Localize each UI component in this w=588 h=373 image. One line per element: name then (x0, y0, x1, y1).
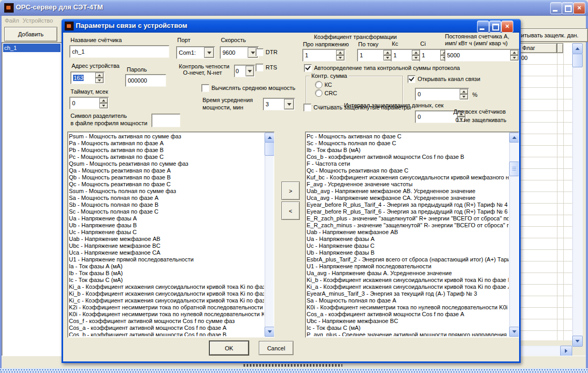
list-item[interactable]: Sc - Мощность полная по фазе C (307, 140, 509, 147)
list-item[interactable]: Ub - Напряжение фазы B (69, 222, 264, 229)
list-item[interactable]: Eyear_before R_plus_Tarif_6 - Энергия за… (307, 208, 509, 215)
ok-button[interactable]: OK (209, 341, 249, 355)
list-item[interactable]: Psum - Мощность активная по сумме фаз (69, 133, 264, 140)
move-right-button[interactable]: > (281, 182, 300, 200)
dtr-checkbox[interactable] (256, 48, 263, 56)
list-item[interactable]: Ua - Напряжение фазы A (69, 215, 264, 222)
vscroll-thumb[interactable] (572, 54, 583, 67)
main-titlebar[interactable]: OPC-сервер для СЭТ-4ТМ × (0, 0, 588, 16)
list-item[interactable]: Cos_a - коэффициент активной мощности Co… (307, 311, 509, 318)
read-latched-checkbox[interactable] (303, 104, 311, 112)
address-spin[interactable] (95, 73, 104, 83)
list-item[interactable]: Ki_c - Коэффициент искажения синусоидаль… (69, 297, 264, 304)
list-item[interactable]: U1 - Напряжение прямой последовательност… (307, 263, 509, 270)
table-body[interactable]: 00 (520, 53, 573, 340)
timeout-spin[interactable] (99, 98, 108, 108)
speed-select[interactable]: 9600 (220, 46, 259, 59)
list-item[interactable]: Uca_avg - Напряжение межфазное CA. Усред… (307, 195, 509, 201)
list-item[interactable]: Ssum - Мощность полная по сумме фаз (69, 188, 264, 195)
list-item[interactable]: F_avg - Усредненное значение частоты (307, 181, 509, 188)
list-item[interactable]: Pa - Мощность активная по фазе A (69, 140, 264, 147)
list-item[interactable]: Ubc - Напряжение межфазное BC (307, 318, 509, 325)
available-params-list[interactable]: Psum - Мощность активная по сумме фазPa … (67, 132, 275, 338)
meter-name-input[interactable]: ch_1 (69, 45, 169, 58)
scroll-down-button[interactable] (572, 336, 583, 347)
list-item[interactable]: EsbrA_plus_Tarif_2 - Энергия всего от сб… (307, 256, 509, 263)
voltage-ratio-stepper[interactable]: 1 (302, 49, 346, 62)
list-item[interactable]: Sa - Мощность полная по фазе A (69, 195, 264, 201)
selected-params-scrollbar[interactable] (509, 133, 518, 337)
scroll-right-button[interactable] (560, 346, 572, 356)
vscroll-thumb[interactable] (265, 142, 275, 156)
vscroll-thumb[interactable] (509, 162, 519, 176)
move-left-button[interactable]: < (281, 201, 300, 220)
list-item[interactable]: Pc - Мощность активная по фазе C (307, 133, 509, 140)
table-cell-flag[interactable]: 00 (521, 55, 528, 61)
list-item[interactable]: Ub - Напряжение фазы B (307, 249, 509, 256)
list-item[interactable]: Ua - Напряжение фазы A (307, 236, 509, 243)
selected-params-list[interactable]: Pc - Мощность активная по фазе CSc - Мощ… (305, 132, 519, 338)
scroll-up-button[interactable] (509, 133, 519, 143)
list-item[interactable]: Qsum - Мощность реактивная по сумме фаз (69, 160, 264, 167)
list-item[interactable]: Cos_b - коэффициент активной мощности Co… (307, 154, 509, 160)
list-item[interactable]: Ic - Ток фазы C (мА) (307, 325, 509, 331)
scroll-up-button[interactable] (572, 43, 583, 54)
list-item[interactable]: Sb - Мощность полная по фазе B (69, 201, 264, 208)
list-item[interactable]: P_avg_plus - Среднее значение активной м… (307, 331, 509, 336)
scroll-up-button[interactable] (265, 133, 275, 143)
list-item[interactable]: Sc - Мощность полная по фазе C (69, 208, 264, 215)
current-ratio-stepper[interactable]: 1 (357, 49, 393, 62)
voltage-ratio-spin[interactable] (336, 50, 344, 61)
table-hscrollbar[interactable] (520, 346, 572, 356)
list-item[interactable]: Kuf_bc - Коэффициент искажения синусоида… (307, 174, 509, 181)
autodetect-checksum-checkbox[interactable] (304, 64, 312, 72)
list-item[interactable]: Qc - Мощность реактивная по фазе C (69, 181, 264, 188)
meter-constant-spin[interactable] (510, 50, 519, 61)
list-item[interactable]: Qc - Мощность реактивная по фазе C (307, 167, 509, 174)
list-item[interactable]: Ubc - Напряжение межфазное BC (69, 243, 264, 249)
list-item[interactable]: K0i - Коэффициент несимметрии тока по ну… (69, 311, 264, 318)
list-item[interactable]: Uab - Напряжение межфазное AB (307, 229, 509, 236)
list-item[interactable]: Ki_a - Коэффициент искажения синусоидаль… (307, 284, 509, 290)
open-channel-checkbox[interactable] (408, 75, 415, 83)
spin-down-button[interactable] (510, 55, 519, 61)
dialog-titlebar[interactable]: Параметры связи с устройством × (62, 19, 521, 33)
list-item[interactable]: Cos_f - коэффициент активной мощности Co… (69, 318, 264, 325)
meter-constant-stepper[interactable]: 5000 (444, 49, 519, 62)
list-item[interactable]: Ia - Ток фазы A (мА) (69, 263, 264, 270)
spin-up-button[interactable] (510, 50, 519, 55)
checksum-kc-radio[interactable] (315, 81, 322, 88)
port-select[interactable]: Com1: (176, 46, 215, 59)
table-header-empty[interactable] (557, 43, 563, 53)
spin-up-button[interactable] (99, 98, 108, 103)
list-item[interactable]: K0i - Коэффициент несимметрии тока по ну… (307, 304, 509, 311)
port-dropdown-button[interactable] (204, 47, 214, 58)
list-item[interactable]: K2i - Коэффициент несимметрии тока по об… (69, 304, 264, 311)
dialog-close-button[interactable]: × (501, 21, 513, 33)
spin-up-button[interactable] (95, 73, 104, 78)
spin-up-button[interactable] (460, 89, 468, 94)
close-button[interactable]: × (573, 2, 585, 14)
list-item[interactable]: Ki_a - Коэффициент искажения синусоидаль… (69, 284, 264, 290)
table-header-flag[interactable]: Флаг (520, 43, 557, 53)
device-list[interactable]: ch_1 (2, 42, 62, 357)
parity-dropdown-button[interactable] (246, 66, 254, 76)
avg-time-dropdown-button[interactable] (284, 99, 294, 109)
rts-checkbox[interactable] (256, 64, 263, 72)
list-item[interactable]: Qb - Мощность реактивная по фазе B (69, 174, 264, 181)
available-params-scrollbar[interactable] (265, 133, 273, 337)
list-item[interactable]: Pb - Мощность активная по фазе B (69, 147, 264, 154)
open-channel-stepper[interactable]: 0 (415, 88, 469, 100)
list-item[interactable]: E_R_zach_plus - значение "защелкнутой" R… (307, 215, 509, 222)
read-latched-data-button[interactable]: Считывать защелк. дан. (509, 28, 588, 42)
list-item[interactable]: Uca - Напряжение межфазное CA (69, 249, 264, 256)
scroll-down-button[interactable] (265, 327, 275, 337)
list-item[interactable]: Ic - Ток фазы C (мА) (69, 277, 264, 284)
list-item[interactable]: Ua_avg - Напряжение фазы A. Усредненное … (307, 270, 509, 277)
list-item[interactable]: Cos_a - коэффициент активной мощности Co… (69, 325, 264, 331)
list-item[interactable]: Sa - Мощность полная по фазе A (307, 297, 509, 304)
parity-select[interactable]: 0 (234, 65, 255, 77)
list-item[interactable]: Eyear_before R_plus_Tarif_4 - Энергия за… (307, 201, 509, 208)
list-item[interactable]: Ib - Ток фазы B (мА) (69, 270, 264, 277)
open-channel-spin[interactable] (460, 89, 468, 99)
